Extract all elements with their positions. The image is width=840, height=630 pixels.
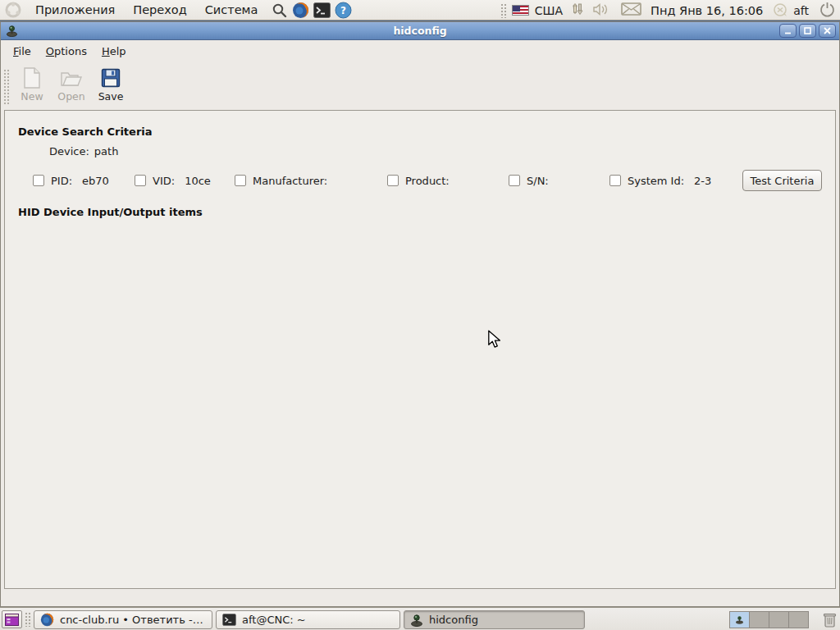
- keyboard-layout-label[interactable]: США: [535, 4, 563, 17]
- io-items-heading: HID Device Input/Output items: [18, 206, 203, 218]
- menu-system[interactable]: Система: [196, 1, 267, 19]
- new-button-label: New: [12, 90, 52, 103]
- task-label: aft@CNC: ~: [242, 614, 306, 626]
- vid-criterion: VID: 10ce: [135, 170, 211, 191]
- minimize-button[interactable]: [779, 24, 797, 38]
- menu-file[interactable]: File: [6, 42, 39, 61]
- show-desktop-button[interactable]: [2, 610, 22, 628]
- user-switcher[interactable]: aft: [772, 3, 809, 18]
- new-document-icon: [12, 66, 52, 89]
- pid-label: PID:: [51, 175, 72, 187]
- vid-value: 10ce: [185, 175, 211, 187]
- sn-checkbox[interactable]: [509, 175, 520, 186]
- pid-checkbox[interactable]: [33, 175, 44, 186]
- systemid-label: System Id:: [628, 175, 684, 187]
- tray-drag-handle[interactable]: [500, 3, 506, 18]
- window-controls: [779, 24, 836, 38]
- menu-places[interactable]: Переход: [124, 1, 195, 19]
- product-label: Product:: [405, 175, 450, 187]
- menu-options[interactable]: Options: [39, 42, 94, 61]
- device-line: Device:path: [49, 145, 118, 158]
- systemid-checkbox[interactable]: [609, 175, 621, 186]
- toolbar: New Open Save: [1, 62, 839, 109]
- workspace-3[interactable]: [769, 612, 789, 628]
- system-tray: США Пнд Янв 16, 16:06: [500, 0, 835, 21]
- vid-checkbox[interactable]: [135, 175, 146, 186]
- workspace-switcher: [729, 611, 809, 628]
- clock[interactable]: Пнд Янв 16, 16:06: [647, 4, 766, 17]
- help-icon[interactable]: ?: [334, 1, 352, 19]
- manufacturer-label: Manufacturer:: [253, 175, 327, 187]
- hidconfig-window: hidconfig File Options Help: [0, 21, 840, 607]
- user-icon: [772, 3, 790, 18]
- trash-icon[interactable]: [821, 611, 838, 628]
- task-label: hidconfig: [429, 614, 478, 626]
- menubar: File Options Help: [1, 40, 839, 62]
- show-desktop-icon: [5, 614, 19, 626]
- product-criterion: Product:: [387, 170, 450, 191]
- save-button-label: Save: [91, 90, 130, 103]
- top-panel: Приложения Переход Система: [0, 0, 840, 21]
- vid-label: VID:: [153, 175, 175, 187]
- task-hidconfig[interactable]: hidconfig: [404, 610, 585, 629]
- firefox-icon: [40, 613, 54, 627]
- tasklist-drag-handle[interactable]: [25, 612, 30, 627]
- volume-icon[interactable]: [592, 2, 610, 19]
- mail-icon[interactable]: [621, 2, 641, 18]
- close-button[interactable]: [819, 24, 836, 38]
- workspace-1[interactable]: [730, 612, 750, 628]
- workspace-4[interactable]: [789, 612, 808, 628]
- device-label: Device:: [49, 145, 89, 158]
- search-icon[interactable]: [270, 1, 288, 19]
- sn-criterion: S/N:: [509, 170, 549, 191]
- new-button[interactable]: New: [12, 65, 52, 103]
- panel-menus: Приложения Переход Система: [26, 1, 267, 19]
- manufacturer-criterion: Manufacturer:: [235, 170, 327, 191]
- panel-launchers: ?: [270, 1, 352, 19]
- workspace-2[interactable]: [750, 612, 769, 628]
- terminal-icon: [222, 614, 236, 626]
- svg-text:?: ?: [340, 5, 346, 16]
- power-icon[interactable]: [819, 2, 835, 20]
- task-terminal[interactable]: aft@CNC: ~: [216, 610, 400, 629]
- joystick-icon: [735, 615, 744, 624]
- ubuntu-logo-icon[interactable]: [5, 2, 21, 18]
- product-checkbox[interactable]: [387, 175, 399, 186]
- open-folder-icon: [52, 66, 91, 89]
- firefox-icon[interactable]: [291, 1, 309, 19]
- keyboard-flag-icon[interactable]: [512, 5, 529, 16]
- device-value: path: [94, 145, 119, 158]
- titlebar[interactable]: hidconfig: [1, 22, 839, 40]
- maximize-button[interactable]: [799, 24, 816, 38]
- window-title: hidconfig: [1, 25, 839, 37]
- sn-label: S/N:: [527, 175, 549, 187]
- user-name: aft: [793, 4, 809, 17]
- pid-criterion: PID: eb70: [33, 170, 109, 191]
- task-firefox[interactable]: cnc-club.ru • Ответить - ...: [34, 610, 212, 629]
- joystick-icon: [410, 614, 423, 627]
- search-criteria-heading: Device Search Criteria: [18, 126, 153, 138]
- content-frame: Device Search Criteria Device:path PID: …: [4, 110, 836, 589]
- menu-help[interactable]: Help: [94, 42, 134, 61]
- systemid-value: 2-3: [694, 175, 711, 187]
- toolbar-drag-handle[interactable]: [2, 68, 11, 104]
- pid-value: eb70: [82, 175, 109, 187]
- systemid-criterion: System Id: 2-3: [609, 170, 711, 191]
- save-floppy-icon: [91, 66, 130, 89]
- taskbar: cnc-club.ru • Ответить - ... aft@CNC: ~ …: [0, 607, 840, 630]
- test-criteria-button[interactable]: Test Criteria: [742, 170, 822, 191]
- task-label: cnc-club.ru • Ответить - ...: [60, 614, 206, 626]
- open-button-label: Open: [52, 90, 91, 103]
- open-button[interactable]: Open: [52, 65, 91, 103]
- terminal-icon[interactable]: [313, 1, 331, 19]
- manufacturer-checkbox[interactable]: [235, 175, 246, 186]
- updates-icon[interactable]: [568, 2, 587, 19]
- save-button[interactable]: Save: [91, 65, 130, 103]
- menu-applications[interactable]: Приложения: [26, 1, 124, 19]
